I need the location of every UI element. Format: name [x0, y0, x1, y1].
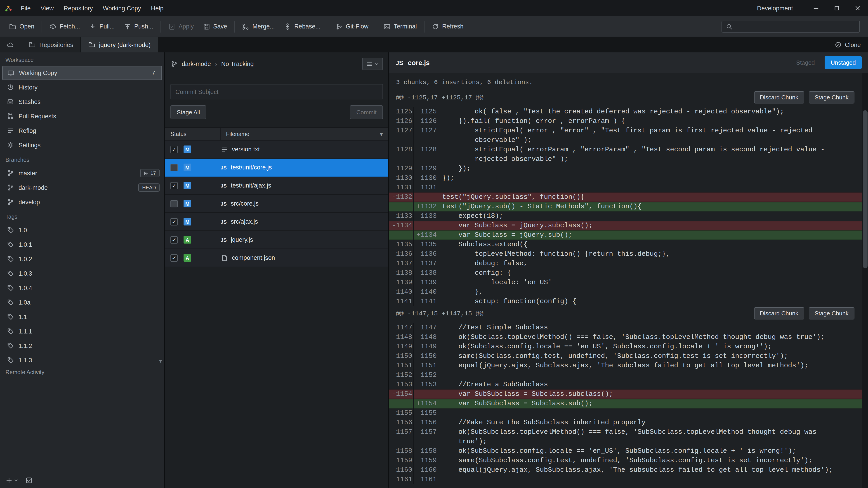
column-status[interactable]: Status	[165, 128, 221, 140]
sidebar-item-stashes[interactable]: Stashes	[0, 94, 164, 109]
sidebar-item-1-0-4[interactable]: 1.0.4	[0, 281, 164, 295]
stage-all-button[interactable]: Stage All	[170, 105, 206, 119]
column-filename[interactable]: Filename	[221, 131, 379, 137]
maximize-button[interactable]	[827, 0, 847, 16]
add-button[interactable]	[5, 477, 18, 484]
minimize-button[interactable]	[806, 0, 827, 16]
select-toggle-button[interactable]	[25, 477, 33, 484]
rebase-button[interactable]: Rebase...	[279, 20, 325, 33]
diff-line-context: 11271127 strictEqual( error , "error" , …	[389, 126, 862, 145]
commit-subject-input[interactable]	[170, 84, 383, 99]
fetch-button[interactable]: Fetch...	[45, 20, 85, 33]
search-box[interactable]	[721, 21, 860, 32]
file-checkbox[interactable]	[170, 200, 178, 207]
menu-help[interactable]: Help	[146, 0, 168, 16]
old-line-number: 1140	[389, 287, 414, 297]
json-file-icon	[221, 254, 228, 261]
sidebar-scroll-down-icon[interactable]: ▼	[158, 359, 163, 364]
sidebar-item-1-1-3[interactable]: 1.1.3	[0, 353, 164, 365]
tag-icon	[7, 270, 14, 277]
branch-icon	[7, 184, 14, 191]
sidebar-item-reflog[interactable]: Reflog	[0, 123, 164, 138]
search-input[interactable]	[736, 23, 856, 30]
code-text: var Subclass = jQuery.subclass();	[438, 221, 862, 230]
file-list-menu-button[interactable]	[362, 58, 383, 70]
file-checkbox[interactable]: ✓	[170, 182, 178, 189]
close-button[interactable]	[847, 0, 868, 16]
file-list-options-icon[interactable]: ▼	[379, 131, 388, 137]
sidebar-item-1-0a[interactable]: 1.0a	[0, 295, 164, 310]
file-checkbox[interactable]: ✓	[170, 218, 178, 225]
git-flow-button[interactable]: Git-Flow	[331, 20, 373, 33]
new-line-number	[414, 390, 438, 399]
menu-working-copy[interactable]: Working Copy	[98, 0, 146, 16]
commit-button[interactable]: Commit	[350, 105, 383, 119]
sidebar-item-1-0[interactable]: 1.0	[0, 223, 164, 237]
close-icon	[854, 4, 861, 12]
staged-toggle[interactable]: Staged	[791, 57, 820, 69]
old-line-number: 1161	[389, 475, 414, 484]
menu-file[interactable]: File	[16, 0, 36, 16]
menu-view[interactable]: View	[36, 0, 59, 16]
file-row-component-json[interactable]: ✓Acomponent.json	[165, 249, 388, 267]
sidebar-item-pull-requests[interactable]: Pull Requests	[0, 109, 164, 123]
sidebar-item-dark-mode[interactable]: dark-modeHEAD	[0, 180, 164, 195]
sidebar-item-1-0-2[interactable]: 1.0.2	[0, 252, 164, 266]
code-text: });	[438, 164, 862, 173]
file-checkbox[interactable]: ✓	[170, 254, 178, 261]
tab-jquery-dark-mode[interactable]: jquery (dark-mode)	[81, 37, 158, 53]
search-icon	[725, 23, 733, 30]
sidebar-item-settings[interactable]: Settings	[0, 138, 164, 152]
apply-button[interactable]: Apply	[164, 20, 198, 33]
open-button[interactable]: Open	[4, 20, 39, 33]
diff-scrollbar[interactable]	[862, 73, 868, 488]
breadcrumb-separator: ›	[215, 60, 217, 68]
diff-line-context: 11521152	[389, 370, 862, 380]
file-row-test-unit-ajax-js[interactable]: ✓MJStest/unit/ajax.js	[165, 177, 388, 195]
old-line-number: 1136	[389, 250, 414, 259]
file-row-jquery-js[interactable]: ✓AJSjquery.js	[165, 231, 388, 249]
diff-line-context: 11301130});	[389, 173, 862, 183]
file-checkbox[interactable]	[170, 164, 178, 171]
old-line-number: -1154	[389, 390, 414, 399]
sidebar-item-1-0-3[interactable]: 1.0.3	[0, 266, 164, 281]
sidebar-item-1-1-2[interactable]: 1.1.2	[0, 338, 164, 353]
save-button[interactable]: Save	[198, 20, 232, 33]
clone-button[interactable]: Clone	[827, 37, 868, 53]
remote-activity-area	[0, 378, 164, 472]
file-checkbox[interactable]: ✓	[170, 236, 178, 243]
item-badge: 17	[140, 169, 160, 177]
unstaged-toggle[interactable]: Unstaged	[825, 56, 862, 69]
stage-chunk-button[interactable]: Stage Chunk	[809, 91, 855, 103]
diff-line-added: +1132test("jQuery.sub() - Static Methods…	[389, 202, 862, 212]
sidebar-item-1-1-1[interactable]: 1.1.1	[0, 324, 164, 338]
refresh-button[interactable]: Refresh	[427, 20, 468, 33]
sidebar-item-develop[interactable]: develop	[0, 195, 164, 209]
diff-scrollbar-thumb[interactable]	[863, 110, 868, 268]
discard-chunk-button[interactable]: Discard Chunk	[754, 307, 804, 320]
file-row-src-core-js[interactable]: MJSsrc/core.js	[165, 195, 388, 213]
sidebar-item-working-copy[interactable]: Working Copy7	[2, 66, 162, 80]
terminal-button[interactable]: Terminal	[379, 20, 421, 33]
new-line-number: 1152	[414, 370, 438, 380]
menu-repository[interactable]: Repository	[59, 0, 98, 16]
merge-button[interactable]: Merge...	[238, 20, 279, 33]
tab-repositories[interactable]: Repositories	[21, 37, 81, 53]
file-row-src-ajax-js[interactable]: ✓MJSsrc/ajax.js	[165, 213, 388, 231]
file-row-test-unit-core-js[interactable]: MJStest/unit/core.js	[165, 159, 388, 177]
discard-chunk-button[interactable]: Discard Chunk	[754, 91, 804, 103]
pull-requests-icon	[7, 112, 14, 120]
sidebar-item-master[interactable]: master17	[0, 166, 164, 180]
file-checkbox[interactable]: ✓	[170, 146, 178, 153]
pull-button[interactable]: Pull...	[85, 20, 119, 33]
file-row-version-txt[interactable]: ✓Mversion.txt	[165, 140, 388, 159]
hunk-header: @@ -1147,15 +1147,15 @@Discard ChunkStag…	[389, 306, 862, 323]
sidebar-item-1-0-1[interactable]: 1.0.1	[0, 237, 164, 252]
stage-chunk-button[interactable]: Stage Chunk	[809, 307, 855, 320]
sidebar-item-1-1[interactable]: 1.1	[0, 310, 164, 324]
code-text: locale: 'en_US'	[438, 278, 862, 287]
tab-remote[interactable]	[0, 37, 21, 53]
push-button[interactable]: Push...	[119, 20, 158, 33]
clone-label: Clone	[845, 41, 861, 48]
sidebar-item-history[interactable]: History	[0, 80, 164, 94]
